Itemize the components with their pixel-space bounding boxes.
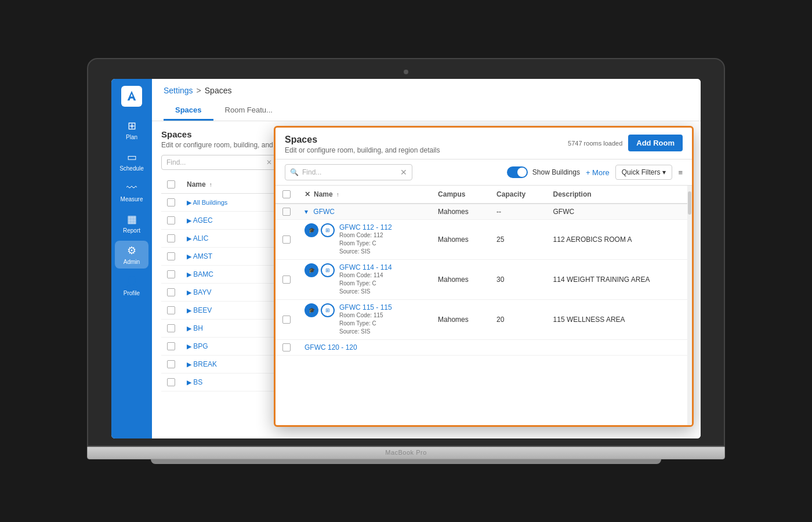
sidebar-item-report[interactable]: ▦ Report [115, 209, 148, 237]
sort-asc-icon[interactable]: ↑ [336, 191, 339, 198]
modal-subtitle: Edit or configure room, building, and re… [285, 146, 440, 154]
scrollbar-thumb[interactable] [688, 191, 691, 215]
room-name-content: 🎓 ⊞ GFWC 112 - 112 Room Code: [304, 223, 424, 256]
row-checkbox[interactable] [282, 316, 291, 324]
row-checkbox-cell [276, 300, 298, 340]
row-name-cell: 🎓 ⊞ GFWC 115 - 115 Room Code: [298, 300, 431, 340]
bg-search-clear[interactable]: ✕ [266, 158, 272, 166]
row-description-cell: 112 AEROBICS ROOM A [546, 220, 692, 260]
th-campus: Campus [431, 186, 490, 204]
row-capacity-cell: 25 [490, 220, 546, 260]
row-description-cell: 115 WELLNESS AREA [546, 300, 692, 340]
search-clear-icon[interactable]: ✕ [400, 168, 407, 177]
modal-search-input[interactable]: 🔍 Find... ✕ [285, 164, 412, 180]
modal-header-left: Spaces Edit or configure room, building,… [285, 135, 440, 154]
room-name-link[interactable]: GFWC 115 - 115 [339, 303, 392, 311]
table-header-row: ✕ Name ↑ Campus [276, 186, 692, 204]
room-details: Room Code: 114 Room Type: C Source: SIS [339, 271, 392, 296]
select-all-checkbox[interactable] [282, 190, 291, 198]
row-checkbox[interactable] [282, 343, 291, 351]
row-name-cell: ▾ GFWC [298, 204, 431, 220]
table-row: GFWC 120 - 120 [276, 340, 692, 356]
row-name-cell: 🎓 ⊞ GFWC 112 - 112 Room Code: [298, 220, 431, 260]
table-row: ▾ GFWC Mahomes -- GFWC [276, 204, 692, 220]
room-name-link[interactable]: GFWC 112 - 112 [339, 223, 392, 231]
modal-header-right: 5747 rooms loaded Add Room [568, 135, 683, 151]
breadcrumb-settings[interactable]: Settings [164, 86, 193, 95]
camera-dot [404, 70, 408, 74]
laptop-container: ⊞ Plan ▭ Schedule 〰 Measure ▦ Report ⚙ [87, 58, 725, 464]
settings-tabs: Spaces Room Featu... [164, 101, 689, 121]
row-checkbox-cell [276, 340, 298, 356]
filter-lines-icon[interactable]: ≡ [678, 168, 683, 177]
main-content: Settings > Spaces Spaces Room Featu... [152, 79, 701, 438]
laptop-screen: ⊞ Plan ▭ Schedule 〰 Measure ▦ Report ⚙ [111, 79, 701, 438]
report-icon: ▦ [127, 213, 137, 226]
th-capacity: Capacity [490, 186, 546, 204]
modal-title: Spaces [285, 135, 440, 145]
x-collapse-icon[interactable]: ✕ [304, 190, 310, 198]
breadcrumb-separator: > [197, 86, 201, 95]
row-checkbox-cell [276, 220, 298, 260]
scrollbar-track[interactable] [687, 186, 692, 425]
modal-toolbar: 🔍 Find... ✕ Show Buildings + More [276, 160, 692, 186]
row-name-cell: 🎓 ⊞ GFWC 114 - 114 Room Code: [298, 260, 431, 300]
room-icon-clock: ⊞ [321, 223, 335, 237]
room-info: GFWC 112 - 112 Room Code: 112 Room Type:… [339, 223, 392, 256]
more-button[interactable]: + More [586, 168, 610, 177]
sidebar-item-schedule[interactable]: ▭ Schedule [115, 147, 148, 175]
laptop-foot [151, 459, 661, 464]
room-info: GFWC 114 - 114 Room Code: 114 Room Type:… [339, 263, 392, 296]
chevron-down-icon: ▾ [662, 168, 666, 176]
sidebar-label-admin: Admin [124, 259, 140, 265]
schedule-icon: ▭ [127, 151, 137, 164]
sidebar-item-profile[interactable]: 👤 Profile [115, 272, 148, 300]
row-capacity-cell: -- [490, 204, 546, 220]
admin-icon: ⚙ [127, 244, 136, 257]
row-description-cell: GFWC [546, 204, 692, 220]
room-info: GFWC 115 - 115 Room Code: 115 Room Type:… [339, 303, 392, 336]
sidebar-item-plan[interactable]: ⊞ Plan [115, 116, 148, 144]
room-name-link[interactable]: GFWC 120 - 120 [304, 343, 357, 351]
row-checkbox[interactable] [282, 276, 291, 284]
show-buildings-label: Show Buildings [532, 168, 580, 176]
building-name-link[interactable]: GFWC [313, 208, 335, 216]
row-checkbox[interactable] [282, 235, 291, 244]
sidebar-item-admin[interactable]: ⚙ Admin [115, 241, 148, 269]
add-room-button[interactable]: Add Room [628, 135, 683, 151]
row-campus-cell: Mahomes [431, 260, 490, 300]
row-campus-cell: Mahomes [431, 204, 490, 220]
sidebar: ⊞ Plan ▭ Schedule 〰 Measure ▦ Report ⚙ [111, 79, 152, 438]
sidebar-label-plan: Plan [126, 134, 137, 140]
row-checkbox-cell [276, 204, 298, 220]
col-checkbox [161, 176, 181, 194]
room-name-link[interactable]: GFWC 114 - 114 [339, 263, 392, 271]
sidebar-item-measure[interactable]: 〰 Measure [115, 179, 148, 206]
room-icon-clock: ⊞ [321, 303, 335, 317]
quick-filters-label: Quick Filters [622, 168, 661, 176]
sidebar-label-report: Report [123, 227, 140, 234]
breadcrumb: Settings > Spaces [164, 86, 689, 95]
bg-search-placeholder: Find... [166, 158, 186, 166]
row-campus-cell: Mahomes [431, 220, 490, 260]
row-checkbox[interactable] [282, 208, 291, 216]
room-icon-cap: 🎓 [304, 223, 318, 237]
show-buildings-toggle[interactable] [507, 166, 528, 178]
modal-table: ✕ Name ↑ Campus [276, 186, 692, 356]
tab-room-features[interactable]: Room Featu... [213, 101, 284, 121]
collapse-icon[interactable]: ▾ [304, 208, 308, 216]
room-icon-cap: 🎓 [304, 303, 318, 317]
bg-search-bar[interactable]: Find... ✕ [161, 155, 277, 170]
quick-filters-button[interactable]: Quick Filters ▾ [615, 165, 673, 180]
row-description-cell: 114 WEIGHT TRAINING AREA [546, 260, 692, 300]
measure-icon: 〰 [126, 182, 137, 194]
sidebar-label-schedule: Schedule [119, 165, 144, 172]
table-row: 🎓 ⊞ GFWC 115 - 115 Room Code: [276, 300, 692, 340]
th-name: ✕ Name ↑ [298, 186, 431, 204]
room-name-content: 🎓 ⊞ GFWC 114 - 114 Room Code: [304, 263, 424, 296]
spaces-modal: Spaces Edit or configure room, building,… [274, 126, 694, 427]
screen-bezel: ⊞ Plan ▭ Schedule 〰 Measure ▦ Report ⚙ [87, 58, 725, 447]
tab-spaces[interactable]: Spaces [164, 101, 213, 121]
row-capacity-cell: 20 [490, 300, 546, 340]
room-icon-group: 🎓 ⊞ [304, 223, 335, 237]
